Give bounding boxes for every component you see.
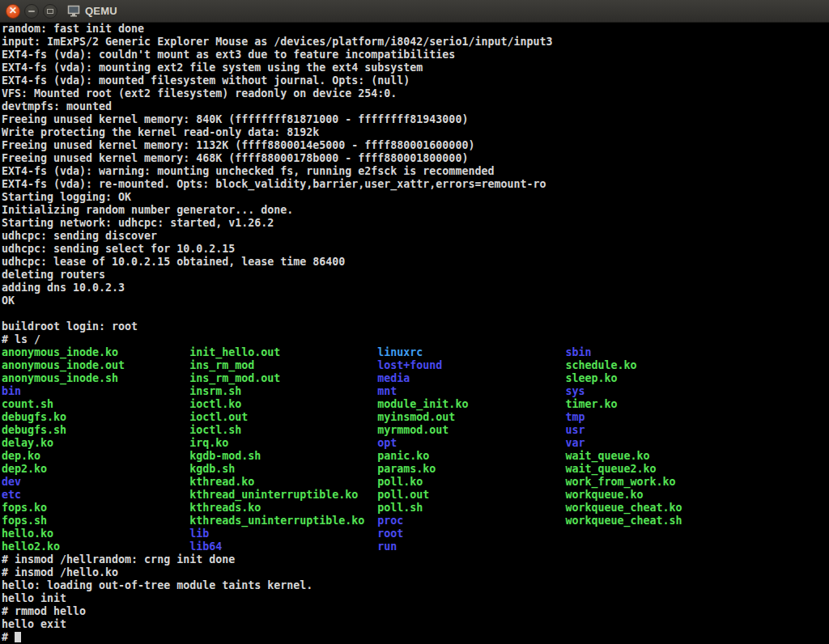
file-entry: init_hello.out [189,346,377,359]
file-entry: sbin [565,346,753,359]
file-entry: dev [2,476,189,489]
console-line [2,307,829,320]
ls-row: devkthread.kopoll.kowork_from_work.ko [2,476,829,489]
file-entry: fops.sh [2,515,189,527]
file-entry: kthread.ko [189,476,377,489]
console-line: VFS: Mounted root (ext2 filesystem) read… [2,87,829,100]
file-entry: kthread_uninterruptible.ko [189,489,377,502]
qemu-monitor-icon [67,5,80,17]
ls-row: fops.shkthreads_uninterruptible.koprocwo… [2,515,829,527]
console-line: # insmod /hello.ko [2,566,829,579]
console-line: Starting network: udhcpc: started, v1.26… [2,217,829,230]
terminal-console[interactable]: random: fast init doneinput: ImExPS/2 Ge… [0,23,829,644]
file-entry: workqueue_cheat.ko [565,502,753,515]
file-entry: lost+found [377,359,565,372]
file-entry: panic.ko [377,450,565,463]
file-entry: var [565,437,753,450]
console-line: adding dns 10.0.2.3 [2,282,829,294]
console-line: Freeing unused kernel memory: 840K (ffff… [2,113,829,126]
ls-row: etckthread_uninterruptible.kopoll.outwor… [2,489,829,502]
console-line: EXT4-fs (vda): mounted filesystem withou… [2,74,829,87]
console-line: input: ImExPS/2 Generic Explorer Mouse a… [2,36,829,49]
close-button[interactable]: ✕ [6,4,20,19]
console-line: EXT4-fs (vda): couldn't mount as ext3 du… [2,49,829,61]
console-line: devtmpfs: mounted [2,100,829,113]
file-entry: kthreads.ko [189,502,377,515]
console-line: Initializing random number generator... … [2,204,829,217]
console-line: random: fast init done [2,23,829,36]
console-line: udhcpc: sending select for 10.0.2.15 [2,243,829,256]
ls-row: count.shioctl.komodule_init.kotimer.ko [2,398,829,411]
file-entry: ins_rm_mod.out [189,372,377,385]
file-entry: anonymous_inode.sh [2,372,189,385]
console-line: EXT4-fs (vda): re-mounted. Opts: block_v… [2,178,829,191]
ls-row: dep.kokgdb-mod.shpanic.kowait_queue.ko [2,450,829,463]
file-entry: media [377,372,565,385]
file-entry: root [377,527,565,540]
file-entry: mnt [377,385,565,398]
file-entry: poll.ko [377,476,565,489]
file-entry: ioctl.out [189,411,377,424]
file-entry: hello2.ko [2,540,189,553]
shell-prompt: # [2,631,15,643]
ls-row: debugfs.koioctl.outmyinsmod.outtmp [2,411,829,424]
minimize-button[interactable] [24,4,39,19]
file-entry: fops.ko [2,502,189,515]
window-title: QEMU [85,5,117,17]
ls-row: fops.kokthreads.kopoll.shworkqueue_cheat… [2,502,829,515]
file-entry: ioctl.sh [189,424,377,437]
console-line: udhcpc: sending discover [2,230,829,243]
file-entry: irq.ko [189,437,377,450]
file-entry: dep.ko [2,450,189,463]
ls-row: anonymous_inode.koinit_hello.outlinuxrcs… [2,346,829,359]
file-entry: insrm.sh [189,385,377,398]
file-entry: sleep.ko [565,372,753,385]
file-entry: tmp [565,411,753,424]
file-entry: kthreads_uninterruptible.ko [189,515,377,527]
screen: { "window": { "title": "QEMU" }, "consol… [0,0,829,644]
console-line: hello exit [2,618,829,631]
file-entry: ins_rm_mod [189,359,377,372]
maximize-button[interactable] [43,4,57,19]
file-entry: anonymous_inode.out [2,359,189,372]
file-entry: proc [377,515,565,527]
maximize-icon [47,9,53,14]
titlebar[interactable]: ✕ QEMU [0,0,829,23]
file-entry: hello.ko [2,527,189,540]
file-entry: delay.ko [2,437,189,450]
file-entry: debugfs.sh [2,424,189,437]
file-entry: schedule.ko [565,359,753,372]
file-entry: poll.out [377,489,565,502]
ls-row: bininsrm.shmntsys [2,385,829,398]
console-line: Freeing unused kernel memory: 468K (ffff… [2,152,829,165]
file-entry: poll.sh [377,502,565,515]
file-entry: debugfs.ko [2,411,189,424]
file-entry: kgdb.sh [189,463,377,476]
console-line: Freeing unused kernel memory: 1132K (fff… [2,139,829,152]
console-line: udhcpc: lease of 10.0.2.15 obtained, lea… [2,256,829,269]
ls-row: debugfs.shioctl.shmyrmmod.outusr [2,424,829,437]
console-line: EXT4-fs (vda): mounting ext2 file system… [2,61,829,74]
console-line: # ls / [2,333,829,346]
console-line: deleting routers [2,269,829,282]
console-line: # insmod /hellrandom: crng init done [2,553,829,566]
file-entry: etc [2,489,189,502]
terminal-cursor [15,632,21,642]
file-entry: linuxrc [377,346,565,359]
file-entry: wait_queue2.ko [565,463,753,476]
file-entry: count.sh [2,398,189,411]
file-entry: usr [565,424,753,437]
prompt-line: # [2,631,829,644]
console-line: # rmmod hello [2,605,829,618]
file-entry: anonymous_inode.ko [2,346,189,359]
console-line: EXT4-fs (vda): warning: mounting uncheck… [2,165,829,178]
console-line: OK [2,294,829,307]
console-line: Starting logging: OK [2,191,829,204]
file-entry: dep2.ko [2,463,189,476]
file-entry: opt [377,437,565,450]
file-entry: run [377,540,565,553]
file-entry: myinsmod.out [377,411,565,424]
file-entry: module_init.ko [377,398,565,411]
file-entry: sys [565,385,753,398]
file-entry: params.ko [377,463,565,476]
